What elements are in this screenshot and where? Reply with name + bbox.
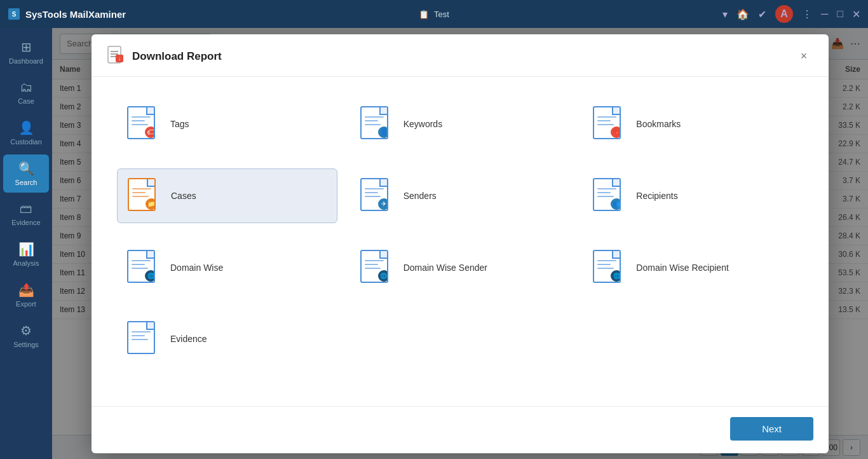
sidebar-item-dashboard[interactable]: ⊞ Dashboard <box>3 33 49 71</box>
domain-wise-icon-container: 🌐 <box>127 250 160 285</box>
modal-overlay: ↓ Download Report × <box>52 28 868 459</box>
domain-wise-recipient-label: Domain Wise Recipient <box>636 263 729 273</box>
svg-text:↓: ↓ <box>118 56 121 62</box>
dashboard-icon: ⊞ <box>21 39 32 55</box>
download-report-modal: ↓ Download Report × <box>92 34 829 453</box>
cases-icon-container: 📁 <box>128 178 161 214</box>
export-icon: 📤 <box>18 282 34 298</box>
report-option-domain-wise-sender[interactable]: 🌐 Domain Wise Sender <box>350 241 571 294</box>
modal-close-button[interactable]: × <box>794 47 813 66</box>
content-area: ⚙ 📥 ⋯ Name Size Item 12.2 K Item 22.2 K … <box>52 28 868 459</box>
keywords-label: Keywords <box>403 119 442 129</box>
avatar[interactable]: A <box>775 5 793 23</box>
case-icon: 🗂 <box>20 80 32 95</box>
minimize-icon[interactable]: ─ <box>821 8 828 20</box>
menu-icon[interactable]: ⋮ <box>802 8 812 20</box>
evidence-icon: 🗃 <box>20 202 32 216</box>
keywords-icon-container: 👤 <box>360 106 393 142</box>
modal-body: 🏷 Tags <box>92 77 829 406</box>
report-option-keywords[interactable]: 👤 Keywords <box>350 97 571 151</box>
report-option-recipients[interactable]: 👥 Recipients <box>583 168 803 223</box>
senders-icon-container: ✈ <box>360 178 393 214</box>
dropdown-icon[interactable]: ▾ <box>722 8 728 20</box>
sidebar-item-analysis[interactable]: 📊 Analysis <box>3 235 49 273</box>
next-button[interactable]: Next <box>730 417 813 441</box>
main-layout: ⊞ Dashboard 🗂 Case 👤 Custodian 🔍 Search … <box>0 28 868 459</box>
home-icon[interactable]: 🏠 <box>736 8 749 20</box>
case-indicator: 📋 Test <box>419 10 449 19</box>
modal-footer: Next <box>92 406 829 453</box>
domain-wise-recipient-icon-container: 🌐 <box>593 250 626 285</box>
maximize-icon[interactable]: □ <box>837 8 843 20</box>
app-logo: S SysTools MailXaminer <box>8 8 722 20</box>
domain-wise-sender-icon-container: 🌐 <box>360 250 393 285</box>
report-option-bookmarks[interactable]: 🔖 Bookmarks <box>583 97 803 151</box>
report-options-grid: 🏷 Tags <box>117 97 803 366</box>
tags-label: Tags <box>170 119 189 129</box>
sidebar: ⊞ Dashboard 🗂 Case 👤 Custodian 🔍 Search … <box>0 28 52 459</box>
bookmarks-icon-container: 🔖 <box>593 106 626 142</box>
sidebar-item-case[interactable]: 🗂 Case <box>3 74 49 111</box>
settings-icon: ⚙ <box>20 323 32 338</box>
sidebar-item-evidence[interactable]: 🗃 Evidence <box>3 195 49 233</box>
search-icon: 🔍 <box>18 161 34 176</box>
modal-title: Download Report <box>132 50 787 63</box>
custodian-icon: 👤 <box>18 120 34 135</box>
window-controls: ▾ 🏠 ✔ A ⋮ ─ □ ✕ <box>722 5 860 23</box>
sidebar-item-settings[interactable]: ⚙ Settings <box>3 317 49 355</box>
briefcase-icon: 📋 <box>419 10 429 19</box>
status-icon: ✔ <box>758 8 766 20</box>
modal-header: ↓ Download Report × <box>92 34 829 77</box>
report-option-cases[interactable]: 📁 Cases <box>117 168 337 223</box>
domain-wise-sender-label: Domain Wise Sender <box>403 263 487 273</box>
sidebar-item-search[interactable]: 🔍 Search <box>3 154 49 193</box>
cases-label: Cases <box>171 191 196 201</box>
domain-wise-label: Domain Wise <box>170 263 223 273</box>
svg-text:S: S <box>12 11 17 18</box>
analysis-icon: 📊 <box>18 242 34 257</box>
report-option-domain-wise-recipient[interactable]: 🌐 Domain Wise Recipient <box>583 241 803 294</box>
report-option-tags[interactable]: 🏷 Tags <box>117 97 337 151</box>
close-icon[interactable]: ✕ <box>852 8 860 20</box>
tags-icon-container: 🏷 <box>127 106 160 142</box>
sidebar-item-custodian[interactable]: 👤 Custodian <box>3 114 49 152</box>
report-icon: ↓ <box>107 46 125 67</box>
evidence-icon-container <box>127 321 160 357</box>
senders-label: Senders <box>403 191 437 201</box>
evidence-label: Evidence <box>170 334 207 344</box>
report-option-evidence[interactable]: Evidence <box>117 312 337 366</box>
title-bar: S SysTools MailXaminer 📋 Test ▾ 🏠 ✔ A ⋮ … <box>0 0 868 28</box>
bookmarks-label: Bookmarks <box>636 119 681 129</box>
recipients-label: Recipients <box>636 191 677 201</box>
report-option-senders[interactable]: ✈ Senders <box>350 168 571 223</box>
sidebar-item-export[interactable]: 📤 Export <box>3 276 49 314</box>
report-option-domain-wise[interactable]: 🌐 Domain Wise <box>117 241 337 294</box>
recipients-icon-container: 👥 <box>593 178 626 214</box>
